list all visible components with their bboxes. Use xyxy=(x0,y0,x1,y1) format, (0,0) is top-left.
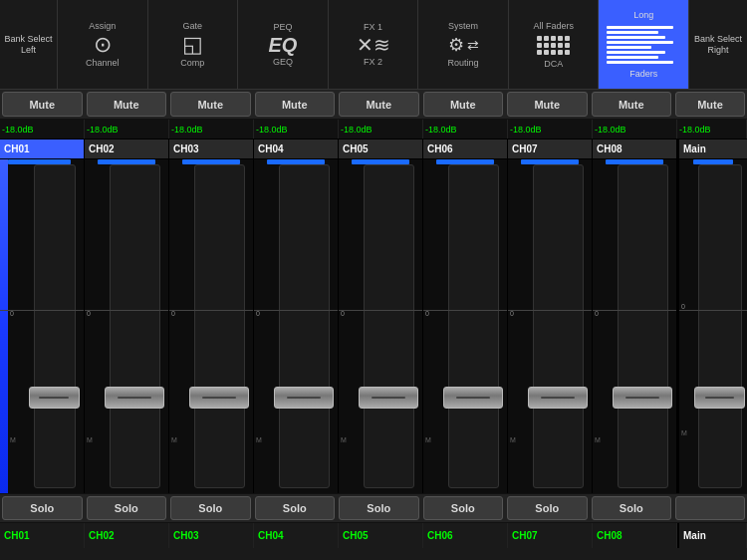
solo-button-ch03[interactable]: Solo xyxy=(170,496,251,520)
bank-select-left[interactable]: Bank SelectLeft xyxy=(0,0,58,89)
solo-row: SoloSoloSoloSoloSoloSoloSoloSolo xyxy=(0,493,747,523)
solo-button-ch08[interactable]: Solo xyxy=(592,496,672,520)
fader-rail-ch02 xyxy=(110,164,159,488)
clip-indicator-ch07 xyxy=(521,159,580,164)
clip-indicator-ch06 xyxy=(436,159,495,164)
db-value-ch06: -18.0dB xyxy=(423,120,508,139)
scale-mark-ch08: M xyxy=(595,436,601,443)
zero-line-ch08 xyxy=(593,310,676,311)
mute-button-ch02[interactable]: Mute xyxy=(87,92,167,117)
assign-button[interactable]: Assign ⊙ Channel xyxy=(58,0,148,89)
channel-label-main: Main xyxy=(679,140,747,159)
db-value-ch01: -18.0dB xyxy=(0,120,85,139)
channel-name-label-ch08: CH08 xyxy=(593,523,677,548)
channel-name-label-ch01: CH01 xyxy=(0,523,85,548)
fader-rail-main xyxy=(698,164,742,488)
zero-line-ch02 xyxy=(85,310,168,311)
zero-line-ch07 xyxy=(508,310,592,311)
fader-rail-ch01 xyxy=(34,164,76,488)
channel-name-label-ch06: CH06 xyxy=(423,523,508,548)
active-channel-indicator xyxy=(0,159,8,493)
mute-button-ch01[interactable]: Mute xyxy=(2,92,83,117)
channel-strip-ch03[interactable]: CH030M xyxy=(169,140,254,493)
channel-label-ch01: CH01 xyxy=(0,140,84,159)
mute-button-ch08[interactable]: Mute xyxy=(592,92,672,117)
fader-handle-ch06[interactable] xyxy=(443,387,503,409)
zero-line-main xyxy=(679,310,747,311)
scale-mark-ch06: 0 xyxy=(425,310,429,317)
channel-strip-ch05[interactable]: CH050M xyxy=(339,140,423,493)
long-faders-button[interactable]: Long Faders xyxy=(599,0,689,89)
scale-mark-ch02: M xyxy=(87,436,93,443)
channel-strip-ch01[interactable]: CH010M xyxy=(0,140,85,493)
solo-button-ch04[interactable]: Solo xyxy=(255,496,336,520)
fader-handle-ch04[interactable] xyxy=(274,387,334,409)
solo-button-ch02[interactable]: Solo xyxy=(87,496,167,520)
channel-label-ch05: CH05 xyxy=(339,140,422,159)
fader-handle-ch03[interactable] xyxy=(189,387,249,409)
mute-button-ch03[interactable]: Mute xyxy=(170,92,251,117)
fader-handle-main[interactable] xyxy=(694,387,745,409)
fader-handle-ch01[interactable] xyxy=(29,387,80,409)
clip-indicator-ch03 xyxy=(182,159,241,164)
channel-strip-ch07[interactable]: CH070M xyxy=(508,140,593,493)
channels-area: CH010MCH020MCH030MCH040MCH050MCH060MCH07… xyxy=(0,140,747,493)
channel-strip-ch06[interactable]: CH060M xyxy=(423,140,508,493)
fx-button[interactable]: FX 1 ✕≋ FX 2 xyxy=(329,0,419,89)
solo-button-ch07[interactable]: Solo xyxy=(507,496,588,520)
fader-rail-ch07 xyxy=(533,164,583,488)
fader-handle-ch07[interactable] xyxy=(528,387,588,409)
fader-handle-ch02[interactable] xyxy=(105,387,164,409)
mute-row: MuteMuteMuteMuteMuteMuteMuteMuteMute xyxy=(0,90,747,120)
scale-zero-main: 0 xyxy=(681,303,685,310)
channel-name-label-ch05: CH05 xyxy=(339,523,423,548)
solo-button-ch06[interactable]: Solo xyxy=(423,496,504,520)
fader-rail-ch08 xyxy=(618,164,667,488)
channel-label-ch07: CH07 xyxy=(508,140,592,159)
mute-button-main[interactable]: Mute xyxy=(675,92,745,117)
all-faders-dca-button[interactable]: All Faders DCA xyxy=(509,0,600,89)
bank-select-right[interactable]: Bank SelectRight xyxy=(689,0,747,89)
db-value-main: -18.0dB xyxy=(677,120,747,139)
peq-geq-button[interactable]: PEQ EQ GEQ xyxy=(238,0,329,89)
channel-strip-main[interactable]: Main0M xyxy=(677,140,747,493)
channel-strip-ch08[interactable]: CH080M xyxy=(593,140,677,493)
solo-button-ch01[interactable]: Solo xyxy=(2,496,83,520)
scale-mark-ch04: 0 xyxy=(256,310,260,317)
clip-indicator-ch08 xyxy=(606,159,664,164)
fader-rail-ch05 xyxy=(364,164,413,488)
zero-line-ch05 xyxy=(339,310,422,311)
scale-mark-ch05: M xyxy=(341,436,347,443)
bottom-labels-row: CH01CH02CH03CH04CH05CH06CH07CH08Main xyxy=(0,523,747,548)
fader-handle-ch05[interactable] xyxy=(359,387,418,409)
scale-mark-ch01: 0 xyxy=(10,310,14,317)
fader-rail-ch04 xyxy=(279,164,329,488)
mute-button-ch07[interactable]: Mute xyxy=(507,92,588,117)
clip-indicator-ch02 xyxy=(98,159,156,164)
system-routing-button[interactable]: System ⚙ ⇄ Routing xyxy=(418,0,509,89)
mute-button-ch04[interactable]: Mute xyxy=(255,92,336,117)
solo-button-main[interactable] xyxy=(675,496,745,520)
channel-name-label-ch02: CH02 xyxy=(85,523,169,548)
channel-strip-ch04[interactable]: CH040M xyxy=(254,140,339,493)
channel-label-ch04: CH04 xyxy=(254,140,338,159)
db-value-ch02: -18.0dB xyxy=(85,120,169,139)
mute-button-ch05[interactable]: Mute xyxy=(339,92,419,117)
gate-comp-button[interactable]: Gate ◱ Comp xyxy=(148,0,239,89)
channel-label-ch03: CH03 xyxy=(169,140,253,159)
channel-label-ch08: CH08 xyxy=(593,140,676,159)
scale-mark-ch02: 0 xyxy=(87,310,91,317)
fader-handle-ch08[interactable] xyxy=(613,387,672,409)
mute-button-ch06[interactable]: Mute xyxy=(423,92,504,117)
solo-button-ch05[interactable]: Solo xyxy=(339,496,419,520)
db-value-ch08: -18.0dB xyxy=(593,120,677,139)
channel-strip-ch02[interactable]: CH020M xyxy=(85,140,169,493)
clip-indicator-main xyxy=(693,159,734,164)
mixer-app: Bank SelectLeftAssign ⊙ ChannelGate ◱ Co… xyxy=(0,0,747,560)
fader-rail-ch03 xyxy=(194,164,244,488)
channel-name-label-main: Main xyxy=(677,523,747,548)
scale-mark-ch04: M xyxy=(256,436,262,443)
db-value-ch07: -18.0dB xyxy=(508,120,593,139)
zero-line-ch03 xyxy=(169,310,253,311)
zero-line-ch06 xyxy=(423,310,507,311)
